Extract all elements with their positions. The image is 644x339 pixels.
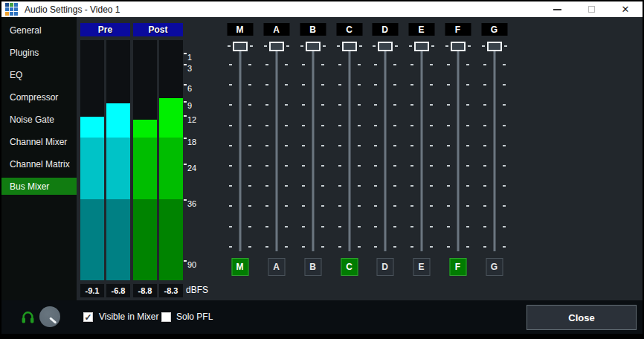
fader-scale-tick: [302, 226, 305, 227]
sidebar-item-general[interactable]: General: [1, 22, 77, 39]
fader-scale-tick: [410, 165, 413, 167]
scale-tick-mark: [184, 101, 187, 103]
fader-scale-tick: [285, 246, 288, 248]
bus-button-m[interactable]: M: [231, 258, 248, 276]
fader-handle-a[interactable]: [269, 42, 284, 51]
fader-label-d: D: [372, 23, 398, 36]
fader-scale-tick: [466, 226, 469, 227]
handle-side-tick: [359, 45, 362, 47]
fader-scale-tick: [503, 185, 506, 187]
fader-scale-tick: [302, 165, 305, 167]
fader-scale-tick: [393, 64, 396, 65]
fader-scale-tick: [483, 205, 486, 207]
fader-scale-tick: [483, 165, 486, 167]
fader-scale-tick: [393, 145, 396, 146]
bus-button-e[interactable]: E: [413, 258, 430, 276]
fader-scale-tick: [285, 84, 288, 85]
checkbox-visible-in-mixer[interactable]: ✓: [83, 312, 93, 322]
fader-scale-tick: [374, 125, 377, 126]
footer-bar: Close ✓Visible in MixerSolo PFL: [1, 300, 643, 334]
sidebar-item-noise-gate[interactable]: Noise Gate: [1, 111, 77, 128]
meter-unlit-area: [133, 40, 157, 120]
fader-handle-g[interactable]: [487, 42, 502, 51]
bus-button-d[interactable]: D: [376, 258, 393, 276]
sidebar-item-channel-matrix[interactable]: Channel Matrix: [1, 155, 77, 172]
fader-scale-tick: [374, 246, 377, 248]
minimize-button[interactable]: [546, 1, 568, 17]
fader-scale-tick: [410, 145, 413, 146]
pre-meter-header: Pre: [80, 23, 130, 36]
scale-tick-mark: [184, 260, 187, 262]
fader-scale-tick: [430, 246, 433, 248]
fader-scale-tick: [248, 84, 251, 85]
fader-scale-tick: [265, 185, 268, 187]
fader-scale-tick: [358, 165, 361, 167]
sidebar-item-eq[interactable]: EQ: [1, 66, 77, 83]
fader-scale-tick: [410, 205, 413, 207]
fader-scale-tick: [393, 205, 396, 207]
fader-scale-tick: [338, 185, 341, 187]
fader-scale-tick: [302, 64, 305, 65]
fader-scale-tick: [248, 64, 251, 65]
fader-scale-tick: [410, 226, 413, 227]
fader-handle-e[interactable]: [414, 42, 429, 51]
sidebar-item-bus-mixer[interactable]: Bus Mixer: [1, 178, 77, 195]
bus-button-b[interactable]: B: [304, 258, 321, 276]
fader-track-g[interactable]: [493, 46, 495, 251]
fader-handle-m[interactable]: [233, 42, 248, 51]
dbfs-unit-label: dBFS: [186, 285, 208, 295]
fader-track-b[interactable]: [312, 46, 314, 251]
fader-track-f[interactable]: [457, 46, 459, 251]
sidebar-item-plugins[interactable]: Plugins: [1, 44, 77, 61]
sidebar-item-compressor[interactable]: Compressor: [1, 88, 77, 106]
monitor-volume-knob[interactable]: [39, 306, 60, 327]
fader-track-e[interactable]: [420, 46, 422, 251]
fader-handle-d[interactable]: [378, 42, 393, 51]
fader-handle-f[interactable]: [451, 42, 466, 51]
fader-scale-tick: [503, 226, 506, 227]
fader-scale-tick: [466, 165, 469, 167]
fader-scale-tick: [447, 226, 450, 227]
fader-handle-c[interactable]: [342, 42, 357, 51]
fader-track-a[interactable]: [275, 46, 277, 251]
fader-scale-tick: [447, 145, 450, 146]
fader-scale-tick: [393, 185, 396, 187]
bus-button-f[interactable]: F: [449, 258, 466, 276]
fader-scale-tick: [285, 64, 288, 65]
fader-scale-tick: [248, 205, 251, 207]
fader-scale-tick: [338, 205, 341, 207]
fader-scale-tick: [302, 84, 305, 85]
sidebar-item-channel-mixer[interactable]: Channel Mixer: [1, 133, 77, 150]
fader-label-g: G: [481, 23, 507, 36]
fader-scale-tick: [302, 104, 305, 106]
fader-column-g: GG: [476, 17, 512, 300]
scale-tick-mark: [184, 64, 187, 65]
fader-scale-tick: [393, 226, 396, 227]
scale-tick-label: 12: [187, 116, 196, 124]
maximize-button[interactable]: [580, 1, 602, 17]
fader-scale-tick: [229, 165, 232, 167]
meter-zone: [80, 138, 104, 199]
fader-scale-tick: [265, 226, 268, 227]
fader-column-d: DD: [367, 17, 403, 300]
fader-scale-tick: [265, 64, 268, 65]
meter-value-2: -6.8: [106, 284, 130, 297]
bus-button-c[interactable]: C: [341, 258, 358, 276]
post-meter-header: Post: [133, 23, 183, 36]
fader-handle-b[interactable]: [306, 42, 321, 51]
bus-button-a[interactable]: A: [268, 258, 285, 276]
fader-scale-tick: [483, 226, 486, 227]
close-button[interactable]: Close: [527, 305, 637, 330]
fader-scale-tick: [393, 246, 396, 248]
checkbox-solo-pfl[interactable]: [161, 312, 171, 322]
fader-track-d[interactable]: [384, 46, 386, 251]
close-window-button[interactable]: ✕: [614, 1, 637, 17]
fader-scale-tick: [265, 84, 268, 85]
fader-scale-tick: [321, 205, 324, 207]
fader-scale-tick: [229, 125, 232, 126]
fader-track-c[interactable]: [348, 46, 350, 251]
bus-button-g[interactable]: G: [486, 258, 503, 276]
fader-track-m[interactable]: [239, 46, 241, 251]
meter-value-3: -8.8: [133, 284, 157, 297]
fader-label-m: M: [227, 23, 253, 36]
